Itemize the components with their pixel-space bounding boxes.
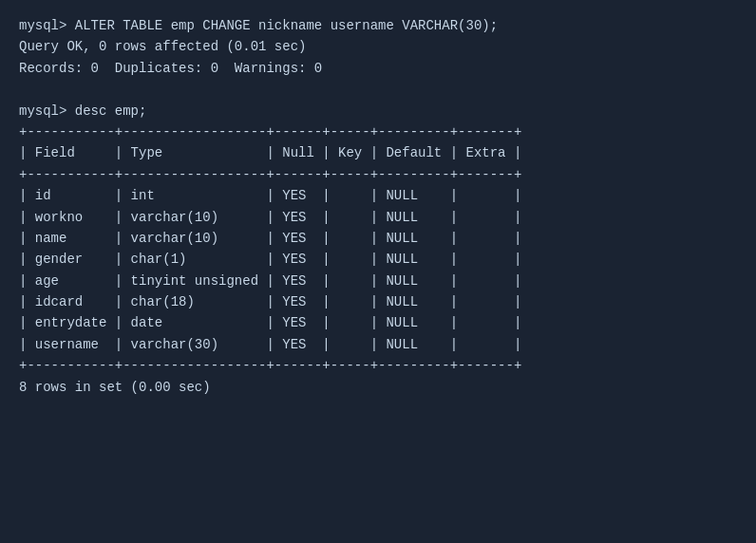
separator-line: +-----------+------------------+------+-… <box>19 122 737 142</box>
command-line: mysql> desc emp; <box>19 101 737 122</box>
separator-line: +-----------+------------------+------+-… <box>19 164 737 185</box>
row-line: | workno | varchar(10) | YES | | NULL | … <box>19 207 737 228</box>
header-line: | Field | Type | Null | Key | Default | … <box>19 142 737 163</box>
row-line: | gender | char(1) | YES | | NULL | | <box>19 249 737 270</box>
output-line: 8 rows in set (0.00 sec) <box>19 377 737 398</box>
row-line: | id | int | YES | | NULL | | <box>19 185 737 206</box>
row-line: | username | varchar(30) | YES | | NULL … <box>19 334 737 355</box>
row-line: | name | varchar(10) | YES | | NULL | | <box>19 228 737 249</box>
separator-line: +-----------+------------------+------+-… <box>19 355 737 376</box>
output-line: Query OK, 0 rows affected (0.01 sec) <box>19 36 737 57</box>
row-line: | entrydate | date | YES | | NULL | | <box>19 312 737 333</box>
terminal-output: mysql> ALTER TABLE emp CHANGE nickname u… <box>19 15 737 398</box>
command-line: mysql> ALTER TABLE emp CHANGE nickname u… <box>19 15 737 36</box>
empty-line <box>19 79 737 100</box>
row-line: | age | tinyint unsigned | YES | | NULL … <box>19 271 737 291</box>
output-line: Records: 0 Duplicates: 0 Warnings: 0 <box>19 58 737 79</box>
row-line: | idcard | char(18) | YES | | NULL | | <box>19 291 737 312</box>
